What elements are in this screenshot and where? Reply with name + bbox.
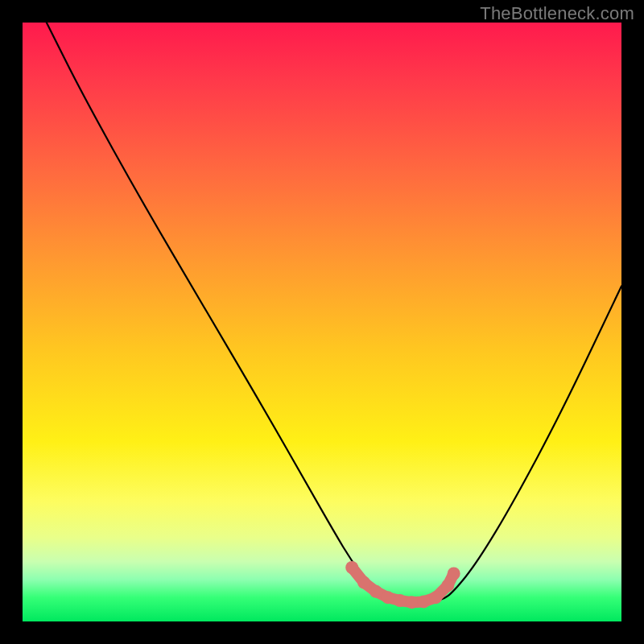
highlight-dot: [418, 595, 431, 608]
highlight-dot: [441, 579, 454, 592]
highlight-dots: [345, 561, 460, 609]
highlight-dot: [394, 594, 407, 607]
highlight-dot: [357, 576, 370, 589]
highlight-dot: [382, 591, 394, 604]
bottleneck-curve: [47, 23, 621, 602]
chart-frame: TheBottleneck.com: [0, 0, 644, 644]
highlight-dot: [406, 596, 419, 609]
plot-area: [23, 23, 621, 621]
highlight-dot: [448, 568, 460, 580]
highlight-dot: [429, 591, 442, 604]
highlight-dot: [369, 585, 382, 598]
chart-svg: [23, 23, 621, 621]
watermark-text: TheBottleneck.com: [480, 3, 634, 24]
highlight-dot: [345, 561, 358, 574]
